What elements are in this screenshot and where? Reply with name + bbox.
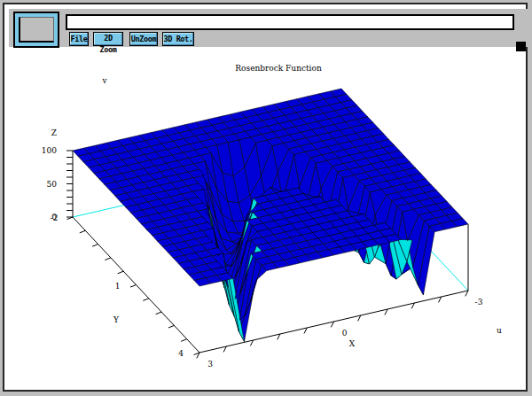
toolbar-panel-face: [19, 17, 54, 43]
plot-title: Rosenbrock Function: [235, 64, 322, 73]
toolbar-panel: [13, 12, 59, 48]
scilab-graphics-window: File 2D Zoom UnZoom 3D Rot. -21430-30501…: [0, 0, 532, 396]
tick-label: 3: [207, 360, 213, 369]
file-button[interactable]: File: [69, 32, 89, 46]
toolbar: File 2D Zoom UnZoom 3D Rot.: [9, 9, 530, 47]
y-axis-label: Y: [113, 315, 120, 324]
tick-label: 50: [47, 180, 58, 189]
tick-label: 4: [178, 349, 184, 358]
rosenbrock-surface-plot: -21430-3050100ZYXvuRosenbrock Function: [10, 47, 529, 392]
unzoom-button[interactable]: UnZoom: [129, 32, 158, 46]
z-axis-label: Z: [51, 128, 57, 137]
command-entry[interactable]: [66, 14, 514, 30]
v-axis-label: v: [101, 76, 107, 85]
tick-label: 0: [342, 329, 348, 338]
x-axis-label: X: [349, 339, 356, 348]
tick-label: 1: [115, 282, 121, 291]
window-frame: File 2D Zoom UnZoom 3D Rot. -21430-30501…: [3, 3, 528, 392]
3d-rot-button[interactable]: 3D Rot.: [162, 32, 194, 46]
tick-label: 100: [42, 146, 57, 155]
tick-label: 0: [51, 213, 57, 221]
2d-zoom-button[interactable]: 2D Zoom: [93, 32, 123, 46]
tick-label: -3: [475, 298, 483, 307]
surface-mesh: [73, 89, 468, 342]
u-axis-label: u: [497, 326, 502, 335]
